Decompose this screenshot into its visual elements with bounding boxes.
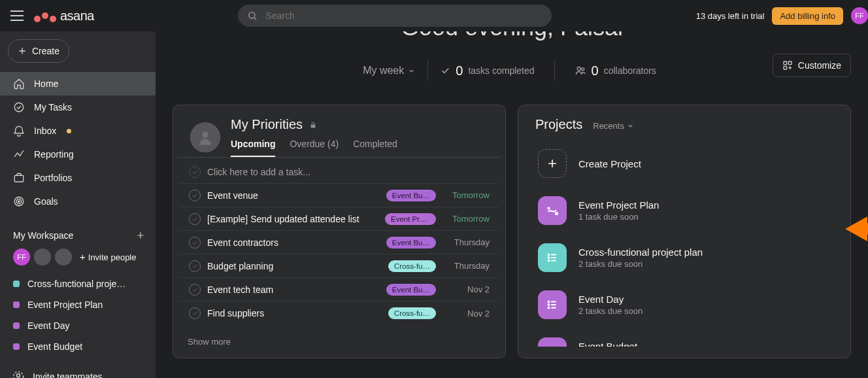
svg-point-9 <box>581 68 584 71</box>
svg-rect-11 <box>784 66 787 69</box>
member-avatar[interactable]: FF <box>13 249 30 266</box>
sidebar-project-item[interactable]: Cross-functional proje… <box>0 273 156 294</box>
search-icon <box>247 10 258 21</box>
sidebar-item-inbox[interactable]: Inbox <box>0 119 156 143</box>
svg-point-13 <box>202 131 208 137</box>
project-subtitle: 1 task due soon <box>578 212 659 222</box>
svg-point-15 <box>556 213 558 215</box>
member-avatar-empty <box>55 249 72 266</box>
show-more-button[interactable]: Show more <box>173 330 505 353</box>
sidebar-item-home[interactable]: Home <box>0 72 156 95</box>
task-due: Tomorrow <box>442 190 490 200</box>
sidebar-item-mytasks[interactable]: My Tasks <box>0 95 156 119</box>
svg-point-18 <box>548 260 550 262</box>
lock-icon <box>309 121 317 129</box>
stats-row: My week 0 tasks completed 0 collaborator… <box>173 54 851 88</box>
tab-overdue[interactable]: Overdue (4) <box>290 139 339 157</box>
trial-days-text: 13 days left in trial <box>696 11 765 21</box>
projects-card: Projects Recents Create Project <box>518 105 851 358</box>
project-name: Event Project Plan <box>578 199 659 211</box>
member-avatar-empty <box>34 249 51 266</box>
collaborators-stat: 0 collaborators <box>575 63 656 78</box>
project-pill[interactable]: Event Bu… <box>386 190 436 201</box>
sidebar-project-item[interactable]: Event Project Plan <box>0 294 156 315</box>
svg-rect-14 <box>311 124 316 128</box>
my-week-dropdown[interactable]: My week <box>356 60 422 81</box>
project-icon <box>538 243 567 272</box>
complete-task-checkbox[interactable] <box>189 213 201 225</box>
task-due: Thursday <box>442 261 490 271</box>
main-content: Good evening, Faisal My week 0 tasks com… <box>156 31 868 378</box>
svg-point-19 <box>548 301 550 303</box>
svg-point-8 <box>577 67 580 70</box>
search-input[interactable] <box>264 10 542 22</box>
task-due: Nov 2 <box>442 309 490 318</box>
priorities-title: My Priorities <box>231 117 303 132</box>
task-name: [Example] Send updated attendee list <box>207 214 378 224</box>
global-search[interactable] <box>238 5 552 27</box>
invite-people-button[interactable]: + Invite people <box>76 252 141 263</box>
mytasks-icon <box>13 101 25 113</box>
plus-icon[interactable] <box>136 231 145 240</box>
sidebar: Create HomeMy TasksInboxReportingPortfol… <box>0 31 156 378</box>
project-pill[interactable]: Cross-fu… <box>388 307 436 319</box>
asana-logo[interactable]: asana <box>34 9 94 24</box>
task-row[interactable]: Event venue Event Bu… Tomorrow <box>180 184 499 207</box>
project-icon <box>538 337 567 347</box>
add-task-row[interactable]: Click here to add a task... <box>180 160 499 184</box>
project-pill[interactable]: Cross-fu… <box>388 260 436 272</box>
svg-point-17 <box>548 257 550 258</box>
complete-task-checkbox[interactable] <box>189 260 201 272</box>
invite-teammates-button[interactable]: Invite teammates <box>0 364 156 378</box>
project-row[interactable]: Event Day 2 tasks due soon <box>535 281 839 328</box>
tab-upcoming[interactable]: Upcoming <box>231 139 275 157</box>
greeting-title: Good evening, Faisal <box>173 31 851 44</box>
complete-task-checkbox[interactable] <box>189 190 201 201</box>
svg-rect-10 <box>784 61 787 65</box>
user-avatar[interactable]: FF <box>851 7 868 24</box>
hamburger-menu-icon[interactable] <box>8 7 26 25</box>
project-name: Event Budget <box>578 341 643 347</box>
sidebar-project-item[interactable]: Event Day <box>0 315 156 336</box>
project-name: Cross-functional project plan <box>578 247 703 258</box>
task-due: Nov 2 <box>442 284 490 294</box>
sidebar-item-goals[interactable]: Goals <box>0 190 156 213</box>
project-pill[interactable]: Event Pro… <box>385 213 436 225</box>
complete-task-checkbox[interactable] <box>189 284 201 296</box>
recents-dropdown[interactable]: Recents <box>593 121 634 131</box>
create-button[interactable]: Create <box>8 39 69 63</box>
customize-button[interactable]: Customize <box>773 54 851 77</box>
task-row[interactable]: [Example] Send updated attendee list Eve… <box>180 207 499 231</box>
sidebar-item-label: Home <box>34 78 58 89</box>
create-project-row[interactable]: Create Project <box>535 140 839 187</box>
project-color-swatch <box>13 322 20 329</box>
sidebar-project-item[interactable]: Event Budget <box>0 336 156 357</box>
projects-title: Projects <box>535 117 582 132</box>
project-row[interactable]: Event Budget 4 tasks due soon <box>535 328 839 347</box>
priorities-avatar[interactable] <box>190 122 220 152</box>
add-billing-button[interactable]: Add billing info <box>772 7 843 25</box>
task-row[interactable]: Find suppliers Cross-fu… Nov 2 <box>180 301 499 325</box>
task-row[interactable]: Event tech team Event Bu… Nov 2 <box>180 278 499 301</box>
task-due: Tomorrow <box>442 214 490 224</box>
sidebar-item-portfolios[interactable]: Portfolios <box>0 166 156 190</box>
project-pill[interactable]: Event Bu… <box>386 284 436 296</box>
tab-completed[interactable]: Completed <box>353 139 397 157</box>
project-row[interactable]: Cross-functional project plan 2 tasks du… <box>535 234 839 281</box>
task-row[interactable]: Budget planning Cross-fu… Thursday <box>180 254 499 278</box>
complete-task-checkbox[interactable] <box>189 307 201 319</box>
tasks-completed-stat: 0 tasks completed <box>440 63 534 78</box>
task-name: Event contractors <box>207 237 380 248</box>
svg-point-5 <box>18 201 20 202</box>
workspace-header[interactable]: My Workspace <box>0 225 156 246</box>
project-pill[interactable]: Event Bu… <box>386 237 436 249</box>
topbar: asana 13 days left in trial Add billing … <box>0 0 868 31</box>
sidebar-project-label: Event Day <box>27 320 70 331</box>
svg-rect-12 <box>788 61 792 65</box>
sidebar-item-reporting[interactable]: Reporting <box>0 143 156 166</box>
project-row[interactable]: Event Project Plan 1 task due soon <box>535 187 839 234</box>
asana-logo-text: asana <box>60 9 94 24</box>
task-row[interactable]: Event contractors Event Bu… Thursday <box>180 231 499 254</box>
project-color-swatch <box>13 343 20 350</box>
complete-task-checkbox[interactable] <box>189 237 201 249</box>
